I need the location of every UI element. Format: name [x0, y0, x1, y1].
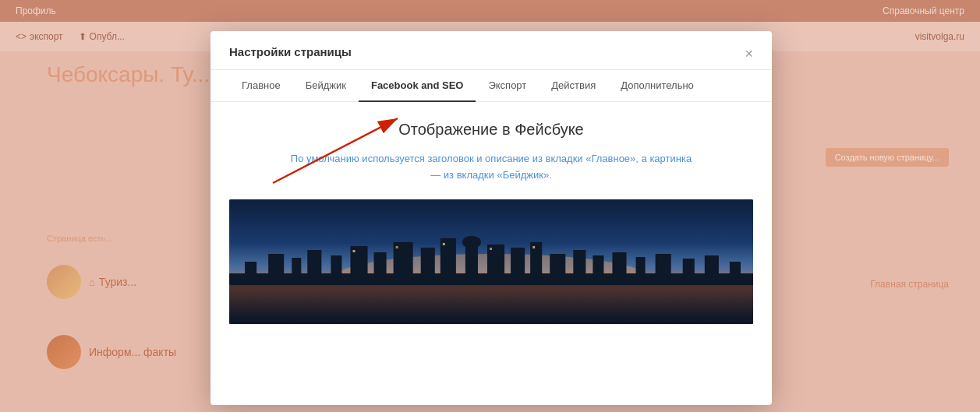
tab-actions[interactable]: Действия: [539, 70, 608, 102]
modal-title: Настройки страницы: [229, 45, 352, 69]
bg-item-2-text: Информ... факты: [89, 346, 176, 358]
svg-rect-2: [229, 273, 753, 324]
svg-rect-11: [421, 248, 435, 277]
svg-rect-24: [683, 259, 695, 277]
modal-header: Настройки страницы ×: [211, 31, 772, 70]
svg-rect-18: [550, 254, 565, 277]
bg-page-title: Чебоксары. Ту...: [47, 62, 210, 87]
bg-avatar-2: [47, 335, 81, 369]
bg-domain: visitvolga.ru: [915, 31, 964, 42]
svg-rect-16: [511, 248, 525, 277]
svg-rect-23: [656, 254, 671, 277]
svg-rect-7: [331, 255, 341, 277]
svg-rect-17: [530, 242, 542, 277]
modal-dialog: Настройки страницы × Главное Бейджик Fac…: [211, 31, 772, 405]
preview-image: [229, 199, 753, 324]
modal-tabs: Главное Бейджик Facebook and SEO Экспорт…: [211, 70, 772, 102]
bg-create-btn: Создать новую страницу...: [826, 148, 949, 167]
tab-export[interactable]: Экспорт: [476, 70, 539, 102]
svg-rect-4: [268, 254, 284, 277]
tab-badge[interactable]: Бейджик: [293, 70, 359, 102]
svg-rect-20: [593, 255, 603, 277]
section-title: Отображение в Фейсбуке: [229, 121, 753, 139]
section-description: По умолчанию используется заголовок и оп…: [229, 151, 753, 184]
svg-rect-6: [307, 250, 321, 277]
bg-right-label-1: Главная страница: [870, 279, 949, 290]
modal-body: Отображение в Фейсбуке По умолчанию испо…: [211, 102, 772, 398]
bg-sidebar-item-2: Информ... факты: [47, 335, 176, 369]
tab-main[interactable]: Главное: [229, 70, 293, 102]
bg-profile-link: Профиль: [16, 5, 56, 16]
background-topbar: Профиль Справочный центр: [0, 0, 980, 22]
svg-rect-21: [612, 252, 626, 277]
svg-rect-14: [465, 242, 478, 277]
svg-rect-3: [245, 262, 256, 277]
svg-rect-25: [705, 255, 719, 277]
svg-rect-9: [374, 252, 387, 277]
svg-rect-5: [292, 258, 301, 277]
svg-rect-29: [396, 246, 398, 248]
svg-rect-28: [352, 250, 355, 252]
svg-rect-31: [490, 248, 492, 250]
svg-rect-30: [443, 243, 445, 245]
svg-rect-19: [573, 250, 586, 277]
bg-publish-btn: ⬆ Опубл...: [79, 31, 125, 42]
bg-avatar-1: [47, 265, 81, 299]
tab-additional[interactable]: Дополнительно: [608, 70, 706, 102]
close-button[interactable]: ×: [741, 44, 756, 64]
bg-sidebar-status: Страница есть...: [47, 234, 112, 243]
bg-sidebar-item-1: ⌂ Туриз...: [47, 265, 136, 299]
bg-item-1-text: Туриз...: [99, 276, 136, 288]
svg-rect-32: [532, 246, 535, 248]
svg-rect-22: [636, 257, 646, 277]
preview-svg: [229, 199, 753, 324]
svg-rect-26: [730, 262, 741, 277]
bg-help-link: Справочный центр: [883, 5, 964, 16]
bg-export-btn: <> экспорт: [16, 31, 63, 42]
svg-rect-27: [229, 285, 753, 324]
tab-facebook[interactable]: Facebook and SEO: [359, 70, 476, 102]
